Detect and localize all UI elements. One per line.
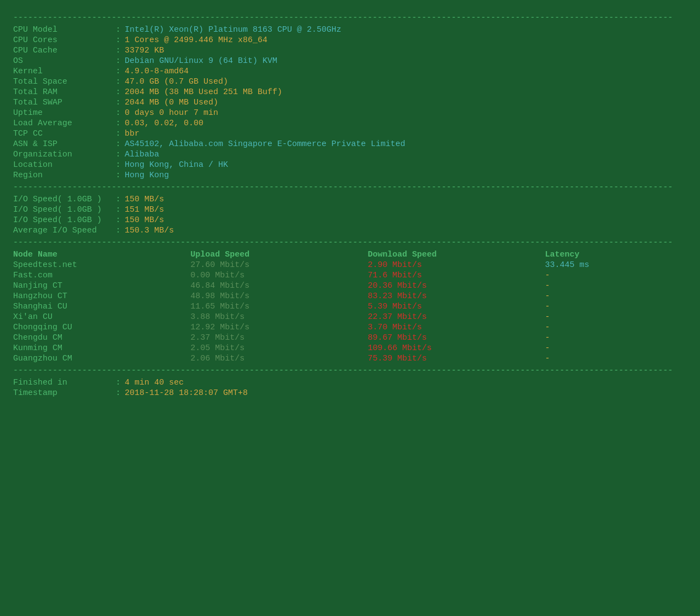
speed-latency-3: -	[545, 291, 687, 301]
load-avg-value: 0.03, 0.02, 0.00	[125, 118, 687, 129]
speed-upload-4: 11.65 Mbit/s	[190, 301, 368, 312]
colon: :	[112, 35, 125, 45]
uptime-label: Uptime	[13, 108, 112, 118]
colon: :	[112, 160, 125, 170]
speed-latency-4: -	[545, 301, 687, 312]
speed-download-6: 3.70 Mbit/s	[368, 322, 545, 333]
location-value: Hong Kong, China / HK	[125, 160, 687, 170]
speed-table-row: Fast.com 0.00 Mbit/s71.6 Mbit/s-	[13, 270, 687, 281]
speed-node-1: Fast.com	[13, 270, 190, 281]
cpu-cores-label: CPU Cores	[13, 35, 112, 45]
speed-upload-9: 2.06 Mbit/s	[190, 353, 368, 364]
total-swap-value: 2044 MB (0 MB Used)	[125, 97, 687, 108]
table-row: Total SWAP : 2044 MB (0 MB Used)	[13, 97, 687, 108]
speed-download-7: 89.67 Mbit/s	[368, 333, 545, 343]
asn-isp-label: ASN & ISP	[13, 139, 112, 149]
speed-download-5: 22.37 Mbit/s	[368, 312, 545, 322]
colon: :	[112, 56, 125, 66]
speed-table-row: Kunming CM 2.05 Mbit/s109.66 Mbit/s-	[13, 343, 687, 353]
speed-node-2: Nanjing CT	[13, 281, 190, 291]
table-row: Kernel : 4.9.0-8-amd64	[13, 66, 687, 77]
header-upload: Upload Speed	[190, 249, 368, 260]
table-row: CPU Model : Intel(R) Xeon(R) Platinum 81…	[13, 25, 687, 35]
speed-latency-7: -	[545, 333, 687, 343]
speed-upload-5: 3.88 Mbit/s	[190, 312, 368, 322]
speed-upload-8: 2.05 Mbit/s	[190, 343, 368, 353]
terminal: ----------------------------------------…	[5, 5, 695, 406]
total-ram-label: Total RAM	[13, 87, 112, 97]
sysinfo-section: CPU Model : Intel(R) Xeon(R) Platinum 81…	[13, 25, 687, 181]
io3-label: I/O Speed( 1.0GB )	[13, 215, 112, 225]
finished-value: 4 min 40 sec	[125, 377, 687, 388]
colon: :	[112, 87, 125, 97]
io2-label: I/O Speed( 1.0GB )	[13, 205, 112, 215]
speed-node-7: Chengdu CM	[13, 333, 190, 343]
colon: :	[112, 205, 125, 215]
org-value: Alibaba	[125, 149, 687, 160]
speed-node-5: Xi'an CU	[13, 312, 190, 322]
header-download: Download Speed	[368, 249, 545, 260]
cpu-cores-value: 1 Cores @ 2499.446 MHz x86_64	[125, 35, 687, 45]
speed-table-row: Chengdu CM 2.37 Mbit/s89.67 Mbit/s-	[13, 333, 687, 343]
io-avg-value: 150.3 MB/s	[125, 225, 687, 236]
divider-speed: ----------------------------------------…	[13, 238, 687, 247]
speed-upload-6: 12.92 Mbit/s	[190, 322, 368, 333]
speed-table-row: Guangzhou CM2.06 Mbit/s75.39 Mbit/s-	[13, 353, 687, 364]
io3-value: 150 MB/s	[125, 215, 687, 225]
speed-table-row: Shanghai CU 11.65 Mbit/s5.39 Mbit/s-	[13, 301, 687, 312]
speed-table: Node Name Upload Speed Download Speed La…	[13, 249, 687, 364]
table-row: Timestamp : 2018-11-28 18:28:07 GMT+8	[13, 388, 687, 398]
speed-table-row: Nanjing CT 46.84 Mbit/s20.36 Mbit/s-	[13, 281, 687, 291]
divider-footer: ----------------------------------------…	[13, 366, 687, 375]
org-label: Organization	[13, 149, 112, 160]
total-ram-value: 2004 MB (38 MB Used 251 MB Buff)	[125, 87, 687, 97]
colon: :	[112, 388, 125, 398]
speed-table-row: Speedtest.net27.60 Mbit/s2.90 Mbit/s33.4…	[13, 260, 687, 270]
cpu-model-label: CPU Model	[13, 25, 112, 35]
speed-node-6: Chongqing CU	[13, 322, 190, 333]
cpu-cache-label: CPU Cache	[13, 45, 112, 56]
speed-table-row: Xi'an CU 3.88 Mbit/s22.37 Mbit/s-	[13, 312, 687, 322]
header-node: Node Name	[13, 249, 190, 260]
table-row: Total RAM : 2004 MB (38 MB Used 251 MB B…	[13, 87, 687, 97]
io-avg-label: Average I/O Speed	[13, 225, 112, 236]
colon: :	[112, 139, 125, 149]
header-latency: Latency	[545, 249, 687, 260]
uptime-value: 0 days 0 hour 7 min	[125, 108, 687, 118]
table-row: OS : Debian GNU/Linux 9 (64 Bit) KVM	[13, 56, 687, 66]
speed-latency-2: -	[545, 281, 687, 291]
speed-latency-6: -	[545, 322, 687, 333]
footer-table: Finished in : 4 min 40 sec Timestamp : 2…	[13, 377, 687, 398]
load-avg-label: Load Average	[13, 118, 112, 129]
colon: :	[112, 194, 125, 205]
colon: :	[112, 25, 125, 35]
table-row: Total Space : 47.0 GB (0.7 GB Used)	[13, 77, 687, 87]
speed-node-3: Hangzhou CT	[13, 291, 190, 301]
speed-table-row: Chongqing CU12.92 Mbit/s3.70 Mbit/s-	[13, 322, 687, 333]
colon: :	[112, 118, 125, 129]
speed-section: Node Name Upload Speed Download Speed La…	[13, 249, 687, 364]
colon: :	[112, 149, 125, 160]
speed-latency-5: -	[545, 312, 687, 322]
speed-node-9: Guangzhou CM	[13, 353, 190, 364]
speed-latency-9: -	[545, 353, 687, 364]
speed-node-8: Kunming CM	[13, 343, 190, 353]
colon: :	[112, 77, 125, 87]
sysinfo-table: CPU Model : Intel(R) Xeon(R) Platinum 81…	[13, 25, 687, 181]
colon: :	[112, 170, 125, 181]
os-value: Debian GNU/Linux 9 (64 Bit) KVM	[125, 56, 687, 66]
colon: :	[112, 215, 125, 225]
cpu-cache-value: 33792 KB	[125, 45, 687, 56]
speed-download-9: 75.39 Mbit/s	[368, 353, 545, 364]
speed-upload-0: 27.60 Mbit/s	[190, 260, 368, 270]
cpu-model-value: Intel(R) Xeon(R) Platinum 8163 CPU @ 2.5…	[125, 25, 687, 35]
speed-node-4: Shanghai CU	[13, 301, 190, 312]
tcp-cc-value: bbr	[125, 129, 687, 139]
speed-download-3: 83.23 Mbit/s	[368, 291, 545, 301]
table-row: Finished in : 4 min 40 sec	[13, 377, 687, 388]
speed-latency-1: -	[545, 270, 687, 281]
total-space-label: Total Space	[13, 77, 112, 87]
table-row: I/O Speed( 1.0GB ) : 151 MB/s	[13, 205, 687, 215]
divider-top: ----------------------------------------…	[13, 13, 687, 22]
colon: :	[112, 377, 125, 388]
